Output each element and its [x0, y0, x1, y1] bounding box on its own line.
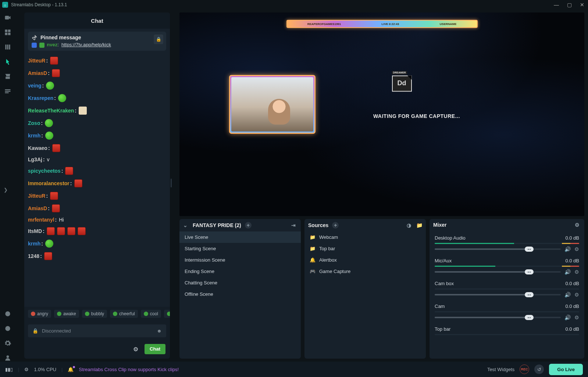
- emote-icon: [67, 227, 75, 235]
- chat-username[interactable]: JitteuR: [28, 58, 45, 64]
- svg-rect-2: [8, 30, 11, 32]
- channel-settings-icon[interactable]: ⚙: [574, 269, 579, 275]
- mute-icon[interactable]: 🔊: [564, 315, 571, 320]
- settings-icon[interactable]: [4, 340, 11, 347]
- mood-label: cool: [150, 311, 158, 316]
- chat-username[interactable]: ReleaseTheKraken: [28, 108, 74, 114]
- mixer-slider[interactable]: [435, 248, 561, 250]
- camera-icon[interactable]: [4, 14, 11, 21]
- mixer-slider[interactable]: [435, 271, 561, 273]
- overlay-icon[interactable]: [4, 58, 11, 65]
- chat-username[interactable]: Immoralancestor: [28, 180, 70, 186]
- columns-icon[interactable]: [4, 43, 11, 51]
- emoji-icon[interactable]: ☻: [157, 328, 162, 334]
- mixer-channel: Desktop Audio0.0 dB🔊⚙: [435, 233, 579, 254]
- minimize-button[interactable]: ―: [552, 2, 560, 8]
- mixer-slider[interactable]: [435, 294, 561, 295]
- chat-username[interactable]: krmh: [28, 133, 40, 139]
- mute-icon[interactable]: 🔊: [564, 292, 571, 298]
- promo-text[interactable]: Streamlabs Cross Clip now supports Kick …: [79, 367, 179, 372]
- mixer-slider[interactable]: [435, 317, 561, 318]
- mute-icon[interactable]: 🔊: [564, 269, 571, 275]
- maximize-button[interactable]: ▢: [566, 2, 573, 8]
- source-folder-icon[interactable]: 📁: [416, 222, 422, 228]
- preview-area[interactable]: REAPEROFGAMES1991 LIVE 0:22:43 USERNAME …: [179, 12, 584, 216]
- lock-icon: 🔒: [32, 328, 38, 334]
- scene-item[interactable]: Starting Scene: [179, 243, 301, 254]
- chat-username[interactable]: Krasrepen: [28, 95, 53, 101]
- chat-username[interactable]: veing: [28, 83, 42, 89]
- chat-username[interactable]: AmiasD: [28, 70, 47, 76]
- scene-item[interactable]: Offline Scene: [179, 288, 301, 300]
- transition-icon[interactable]: ⇥: [291, 222, 297, 228]
- svg-point-8: [5, 311, 10, 316]
- chat-username[interactable]: krmh: [28, 241, 40, 247]
- chat-settings-button[interactable]: ⚙: [131, 344, 141, 354]
- plugin1-icon[interactable]: [4, 310, 11, 317]
- replay-buffer-button[interactable]: ↺: [534, 365, 544, 374]
- chat-message: mrfentanyl: Hi: [28, 215, 166, 225]
- add-scene-button[interactable]: +: [245, 222, 252, 229]
- chat-username[interactable]: AmiasD: [28, 205, 47, 211]
- svg-point-9: [5, 326, 10, 331]
- source-item[interactable]: 📁Webcam: [304, 231, 426, 243]
- chat-message: Kawaeo:: [28, 142, 166, 154]
- chat-username[interactable]: JitteuR: [28, 193, 45, 199]
- close-button[interactable]: ✕: [578, 2, 586, 8]
- channel-settings-icon[interactable]: ⚙: [574, 246, 579, 252]
- source-item[interactable]: 🔔Alertbox: [304, 254, 426, 266]
- emote-icon: [65, 167, 73, 175]
- split-handle[interactable]: [170, 10, 172, 362]
- mood-label: angry: [37, 311, 48, 316]
- source-item[interactable]: 🎮Game Capture: [304, 266, 426, 277]
- overlay-left-text: REAPEROFGAMES1991: [307, 22, 341, 26]
- notification-icon[interactable]: 🔔: [68, 367, 74, 372]
- stats-icon[interactable]: ▮▮▯: [5, 367, 13, 372]
- pin-icon: [32, 35, 38, 40]
- highlighter-icon[interactable]: [4, 87, 11, 95]
- record-button[interactable]: REC: [520, 365, 529, 374]
- scene-item[interactable]: Live Scene: [179, 231, 301, 243]
- pinned-message: 🔒 Pinned message nvez: https://7tv.app/h…: [28, 32, 166, 51]
- chat-username[interactable]: ItsMD: [28, 228, 42, 234]
- mood-chip[interactable]: awake: [54, 310, 79, 318]
- mixer-channel-name: Cam: [435, 304, 445, 309]
- scene-item[interactable]: Chatting Scene: [179, 277, 301, 288]
- scene-item[interactable]: Intermission Scene: [179, 254, 301, 266]
- mood-dot-icon: [167, 312, 170, 316]
- add-source-button[interactable]: +: [332, 222, 339, 229]
- chat-username[interactable]: spicycheetos: [28, 168, 61, 174]
- source-vis-icon[interactable]: ◑: [407, 222, 413, 228]
- scene-item[interactable]: Ending Scene: [179, 266, 301, 277]
- mood-chip[interactable]: angry: [28, 310, 51, 318]
- mixer-settings-button[interactable]: ⚙: [575, 222, 581, 228]
- chat-message-list[interactable]: JitteuR:AmiasD:veing:Krasrepen:ReleaseTh…: [24, 53, 170, 307]
- chat-input[interactable]: 🔒 Disconnected ☻: [28, 324, 166, 337]
- mood-chip[interactable]: cool: [141, 310, 161, 318]
- plugin2-icon[interactable]: [4, 325, 11, 332]
- mood-chip[interactable]: bubbly: [82, 310, 107, 318]
- pinned-lock-icon[interactable]: 🔒: [154, 35, 163, 44]
- source-item[interactable]: 📁Top bar: [304, 243, 426, 254]
- chat-send-button[interactable]: Chat: [145, 344, 165, 354]
- go-live-button[interactable]: Go Live: [549, 364, 583, 375]
- user-icon[interactable]: [4, 354, 11, 362]
- collapse-chat-button[interactable]: ❯: [1, 186, 10, 194]
- channel-settings-icon[interactable]: ⚙: [574, 292, 579, 298]
- test-widgets-button[interactable]: Test Widgets: [487, 367, 514, 372]
- chat-username[interactable]: Kawaeo: [28, 145, 47, 151]
- emote-icon: [79, 107, 87, 115]
- pinned-link[interactable]: https://7tv.app/help/kick: [61, 42, 111, 47]
- chat-username[interactable]: 1248: [28, 253, 39, 259]
- chat-username[interactable]: mrfentanyl: [28, 217, 54, 223]
- channel-settings-icon[interactable]: ⚙: [574, 315, 579, 320]
- mute-icon[interactable]: 🔊: [564, 246, 571, 252]
- mood-chip[interactable]: cr: [164, 310, 170, 318]
- chat-username[interactable]: Zoso: [28, 120, 40, 126]
- chat-username[interactable]: Lg3Aj: [28, 157, 42, 162]
- svg-rect-0: [5, 16, 9, 19]
- grid-icon[interactable]: [4, 29, 11, 36]
- mood-chip[interactable]: cheerful: [110, 310, 138, 318]
- store-icon[interactable]: [4, 73, 11, 80]
- chevron-down-icon[interactable]: ⌄: [183, 222, 189, 228]
